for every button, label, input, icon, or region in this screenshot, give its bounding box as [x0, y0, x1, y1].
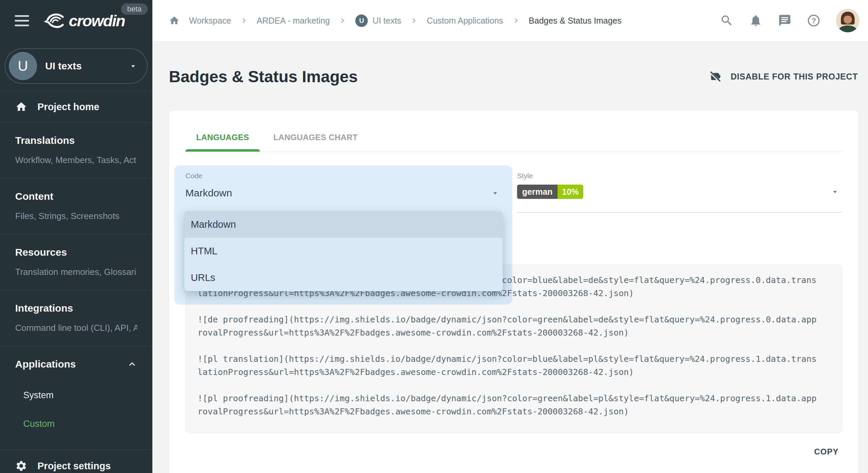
crowdin-bird-icon — [42, 12, 65, 30]
sidebar-logo-row: crowdin beta — [0, 0, 152, 41]
badge-code-entry: ![pl proofreading](https://img.shields.i… — [198, 392, 830, 418]
copy-row: COPY — [185, 444, 842, 459]
breadcrumb-item-label[interactable]: Badges & Status Images — [529, 16, 622, 26]
sidebar-section-title: Translations — [15, 135, 137, 146]
breadcrumb-items: Workspace ARDEA - marketing U UI texts — [189, 14, 622, 27]
code-select-label: Code — [185, 172, 502, 180]
project-selector[interactable]: U UI texts — [5, 48, 148, 84]
sidebar: crowdin beta U UI texts Project home Tra… — [0, 0, 152, 473]
breadcrumb: Workspace ARDEA - marketing U UI texts — [169, 14, 720, 27]
label-off-icon — [710, 70, 722, 83]
hamburger-menu-icon[interactable] — [15, 15, 29, 26]
breadcrumb-item-label[interactable]: Workspace — [189, 16, 231, 26]
beta-badge: beta — [121, 3, 148, 15]
chevron-right-icon — [240, 17, 248, 25]
breadcrumb-item: U UI texts — [330, 14, 401, 27]
sidebar-sections: Translations Workflow, Members, Tasks, A… — [0, 123, 152, 346]
code-select-value: Markdown — [185, 187, 232, 199]
badges-card: LANGUAGES LANGUAGES CHART Code Markdown — [169, 111, 859, 473]
code-select[interactable]: Code Markdown Markdown HT — [185, 166, 502, 213]
badge-code-entry: ![de proofreading](https://img.shields.i… — [198, 313, 830, 339]
badge-code-entry: ![pl translation](https://img.shields.io… — [198, 352, 830, 379]
code-line: ![de proofreading](https://img.shields.i… — [198, 313, 830, 326]
crowdin-logo: crowdin — [42, 11, 125, 30]
sidebar-applications: Applications System Custom — [0, 346, 152, 449]
tab-label: LANGUAGES — [196, 133, 249, 142]
code-select-dropdown: Markdown HTML URLs — [184, 211, 503, 291]
applications-subitem[interactable]: System — [23, 390, 137, 401]
breadcrumb-item: ARDEA - marketing — [231, 16, 330, 26]
user-avatar[interactable] — [836, 9, 860, 32]
breadcrumb-item-label[interactable]: Custom Applications — [427, 16, 503, 26]
status-badge-preview: german 10% — [517, 185, 583, 199]
sidebar-section-subtitle: Workflow, Members, Tasks, Act… — [15, 155, 137, 165]
tab[interactable]: LANGUAGES CHART — [263, 133, 368, 151]
applications-title: Applications — [15, 358, 76, 370]
messages-chat-icon[interactable] — [778, 14, 791, 27]
applications-subitem[interactable]: Custom — [23, 419, 137, 429]
style-select[interactable]: Style german 10% — [517, 166, 842, 213]
svg-text:?: ? — [811, 17, 816, 25]
breadcrumb-item: Custom Applications — [401, 16, 503, 26]
sidebar-section[interactable]: Translations Workflow, Members, Tasks, A… — [0, 123, 152, 179]
disable-for-project-button[interactable]: DISABLE FOR THIS PROJECT — [710, 70, 858, 83]
search-icon[interactable] — [720, 14, 734, 27]
sidebar-item-project-home[interactable]: Project home — [0, 91, 152, 122]
notifications-bell-icon[interactable] — [749, 14, 762, 27]
dropdown-option[interactable]: HTML — [184, 238, 503, 264]
crowdin-wordmark: crowdin — [69, 11, 125, 30]
sidebar-section-title: Resources — [15, 247, 137, 258]
home-icon — [15, 101, 27, 113]
crowdin-app: crowdin beta U UI texts Project home Tra… — [0, 0, 868, 473]
breadcrumb-item-label[interactable]: UI texts — [372, 16, 401, 26]
sidebar-section[interactable]: Content Files, Strings, Screenshots — [0, 179, 152, 234]
style-select-label: Style — [517, 172, 842, 180]
sidebar-item-label: Project home — [37, 101, 99, 113]
sidebar-section-title: Content — [15, 191, 137, 202]
topbar-icons: ? — [720, 9, 860, 32]
breadcrumb-home-icon[interactable] — [169, 15, 180, 26]
sidebar-item-label: Project settings — [37, 461, 111, 472]
dropdown-option[interactable]: Markdown — [184, 211, 503, 238]
chevron-right-icon — [338, 17, 347, 25]
code-line: ![pl proofreading](https://img.shields.i… — [198, 392, 830, 405]
caret-down-icon — [491, 189, 500, 197]
project-name: UI texts — [45, 60, 121, 72]
breadcrumb-project-avatar: U — [355, 14, 368, 27]
sidebar-section-subtitle: Command line tool (CLI), API, A… — [15, 323, 137, 333]
copy-button[interactable]: COPY — [811, 444, 842, 459]
tabs: LANGUAGES LANGUAGES CHART — [185, 111, 842, 152]
chevron-up-icon — [127, 359, 137, 369]
disable-button-label: DISABLE FOR THIS PROJECT — [730, 72, 858, 82]
badge-language-label: german — [517, 185, 558, 199]
applications-items: System Custom — [23, 390, 137, 429]
badge-progress-value: 10% — [558, 185, 583, 199]
help-icon[interactable]: ? — [807, 14, 820, 27]
sidebar-section[interactable]: Integrations Command line tool (CLI), AP… — [0, 290, 152, 346]
code-line: ![pl translation](https://img.shields.io… — [198, 352, 830, 366]
breadcrumb-item: Badges & Status Images — [503, 16, 622, 26]
code-line: lationProgress&url=https%3A%2F%2Fbadges.… — [198, 366, 830, 379]
chevron-right-icon — [410, 17, 418, 25]
chevron-down-icon — [129, 62, 138, 70]
main-content: Badges & Status Images DISABLE FOR THIS … — [152, 41, 868, 473]
breadcrumb-item-label[interactable]: ARDEA - marketing — [257, 16, 330, 26]
chevron-right-icon — [512, 17, 520, 25]
breadcrumb-item: Workspace — [189, 16, 231, 26]
project-avatar: U — [9, 52, 37, 80]
sidebar-section-subtitle: Files, Strings, Screenshots — [15, 211, 137, 221]
sidebar-section-title: Integrations — [15, 303, 137, 314]
sidebar-section-subtitle: Translation memories, Glossari… — [15, 267, 137, 277]
badge-form-row: Code Markdown Markdown HT — [185, 166, 842, 213]
sidebar-section[interactable]: Resources Translation memories, Glossari… — [0, 234, 152, 290]
tab-label: LANGUAGES CHART — [273, 133, 358, 142]
dropdown-option[interactable]: URLs — [184, 264, 503, 291]
page-title: Badges & Status Images — [169, 67, 358, 86]
code-line: rovalProgress&url=https%3A%2F%2Fbadges.a… — [198, 326, 830, 339]
sidebar-item-project-settings[interactable]: Project settings — [0, 450, 152, 473]
page-header: Badges & Status Images DISABLE FOR THIS … — [169, 60, 858, 93]
tab[interactable]: LANGUAGES — [185, 133, 260, 151]
caret-down-icon — [831, 187, 839, 196]
applications-header[interactable]: Applications — [15, 358, 137, 370]
code-line: rovalProgress&url=https%3A%2F%2Fbadges.a… — [198, 405, 830, 418]
